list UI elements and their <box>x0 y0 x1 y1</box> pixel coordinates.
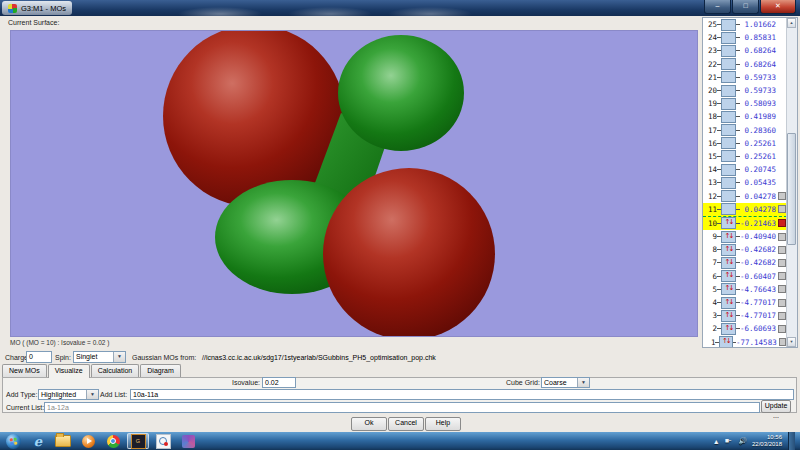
mo-indicator[interactable] <box>779 338 786 346</box>
ok-button[interactable]: Ok <box>351 417 387 431</box>
clock[interactable]: 10:56 22/03/2018 <box>752 434 782 448</box>
cube-grid-value: Coarse <box>544 379 567 386</box>
mo-number: 9 <box>704 232 717 241</box>
media-player-icon[interactable] <box>77 433 99 449</box>
gaussview-active-app-icon[interactable]: G <box>127 433 149 449</box>
help-button[interactable]: Help <box>425 417 461 431</box>
mo-number: 13 <box>704 178 717 187</box>
mo-energy: -0.60407 <box>740 272 778 281</box>
mos-window: G3:M1 - MOs – □ ✕ Current Surface: <box>0 0 800 450</box>
mo-list-scrollbar[interactable]: ▲ ▼ <box>786 18 797 347</box>
mo-row: 12 0.04278 <box>703 189 787 202</box>
file-explorer-icon[interactable] <box>52 433 74 449</box>
mo-number: 20 <box>704 86 717 95</box>
mo-occupancy-box[interactable] <box>721 71 736 83</box>
mo-occupancy-box[interactable] <box>721 98 736 110</box>
tab-calculation[interactable]: Calculation <box>91 364 140 377</box>
mo-occupancy-box[interactable] <box>721 58 736 70</box>
mo-occupancy-box[interactable] <box>721 32 736 44</box>
mo-energy: 0.68264 <box>740 60 778 69</box>
mo-occupancy-box[interactable]: ↑↓ <box>721 283 736 295</box>
update-button[interactable]: Update ... <box>761 400 791 413</box>
volume-icon[interactable]: 🔊 <box>738 437 747 445</box>
start-orb-icon[interactable] <box>2 433 24 449</box>
mo-indicator[interactable] <box>778 219 786 227</box>
close-button[interactable]: ✕ <box>760 0 796 14</box>
minimize-button[interactable]: – <box>704 0 731 14</box>
mo-occupancy-box[interactable]: ↑↓ <box>721 323 736 335</box>
mo-number: 17 <box>704 126 717 135</box>
mo-indicator[interactable] <box>778 233 786 241</box>
mo-row: 10 ↑↓ -0.21463 <box>703 216 787 230</box>
mo-occupancy-box[interactable] <box>721 111 736 123</box>
mo-occupancy-box[interactable]: ↑↓ <box>721 310 736 322</box>
mo-occupancy-box[interactable] <box>721 19 736 31</box>
mo-row: 14 0.20745 <box>703 163 787 176</box>
mo-occupancy-box[interactable] <box>721 190 736 202</box>
isovalue-field[interactable]: 0.02 <box>262 377 296 388</box>
mo-occupancy-box[interactable] <box>721 124 736 136</box>
mo-energy: 0.41989 <box>740 112 778 121</box>
mo-occupancy-box[interactable] <box>721 177 736 189</box>
mo-row: 9 ↑↓ -0.40940 <box>703 230 787 243</box>
show-desktop-button[interactable] <box>788 432 795 450</box>
mo-occupancy-box[interactable] <box>721 150 736 162</box>
spin-dropdown[interactable]: Singlet ▼ <box>73 351 126 363</box>
add-type-dropdown[interactable]: Highlighted ▼ <box>38 389 99 400</box>
mo-indicator[interactable] <box>778 299 786 307</box>
mo-row: 11 0.04278 <box>703 203 787 216</box>
chevron-down-icon[interactable]: ▼ <box>113 352 125 362</box>
mo-occupancy-box[interactable]: ↑↓ <box>721 217 736 229</box>
mo-indicator[interactable] <box>778 205 786 213</box>
chrome-icon[interactable] <box>102 433 124 449</box>
mo-row: 20 0.59733 <box>703 84 787 97</box>
internet-explorer-icon[interactable]: e <box>27 433 49 449</box>
mo-occupancy-box[interactable]: ↑↓ <box>721 257 736 269</box>
source-label: Gaussian MOs from: <box>132 354 196 361</box>
mo-energy: -0.40940 <box>740 232 778 241</box>
network-icon[interactable]: ■╴ <box>725 437 733 445</box>
mo-occupancy-box[interactable]: ↑↓ <box>721 231 736 243</box>
scroll-down-icon[interactable]: ▼ <box>787 337 796 347</box>
mo-occupancy-box[interactable]: ↑↓ <box>721 270 736 282</box>
mo-indicator[interactable] <box>778 312 786 320</box>
chevron-down-icon[interactable]: ▼ <box>577 378 589 387</box>
add-list-label: Add List: <box>100 391 127 398</box>
mo-energy: -77.14583 <box>736 338 779 347</box>
maximize-button[interactable]: □ <box>732 0 759 14</box>
mo-occupancy-box[interactable] <box>721 137 736 149</box>
tab-new-mos[interactable]: New MOs <box>2 364 47 377</box>
mo-occupancy-box[interactable] <box>721 85 736 97</box>
charge-field[interactable]: 0 <box>26 351 52 363</box>
mo-occupancy-box[interactable] <box>721 203 736 215</box>
mo-occupancy-box[interactable] <box>721 45 736 57</box>
mo-indicator[interactable] <box>778 285 786 293</box>
scroll-up-icon[interactable]: ▲ <box>787 18 796 28</box>
mo-row: 5 ↑↓ -4.76643 <box>703 283 787 296</box>
mo-occupancy-box[interactable]: ↑↓ <box>721 244 736 256</box>
molecule-viewport[interactable] <box>10 30 698 337</box>
cancel-button[interactable]: Cancel <box>388 417 424 431</box>
graphics-app-icon[interactable] <box>177 433 199 449</box>
add-list-field[interactable]: 10a-11a <box>130 389 794 400</box>
current-list-field[interactable]: 1a-12a <box>44 402 760 413</box>
mo-number: 8 <box>704 245 717 254</box>
tab-diagram[interactable]: Diagram <box>140 364 180 377</box>
mo-occupancy-box[interactable] <box>721 164 736 176</box>
hidden-icons-arrow[interactable]: ▲ <box>713 438 720 445</box>
mo-row: 4 ↑↓ -4.77017 <box>703 296 787 309</box>
mo-indicator[interactable] <box>778 192 786 200</box>
mo-energy: 0.85831 <box>740 33 778 42</box>
mo-indicator[interactable] <box>778 325 786 333</box>
mo-indicator[interactable] <box>778 272 786 280</box>
scrollbar-thumb[interactable] <box>787 133 796 245</box>
molecule-viewer-icon[interactable] <box>152 433 174 449</box>
tab-visualize[interactable]: Visualize <box>48 364 90 378</box>
mo-indicator[interactable] <box>778 246 786 254</box>
mo-occupancy-box[interactable]: ↑↓ <box>719 336 732 347</box>
mo-indicator[interactable] <box>778 259 786 267</box>
cube-grid-dropdown[interactable]: Coarse ▼ <box>541 377 590 388</box>
mo-occupancy-box[interactable]: ↑↓ <box>721 297 736 309</box>
mo-row: 23 0.68264 <box>703 44 787 57</box>
chevron-down-icon[interactable]: ▼ <box>86 390 98 399</box>
